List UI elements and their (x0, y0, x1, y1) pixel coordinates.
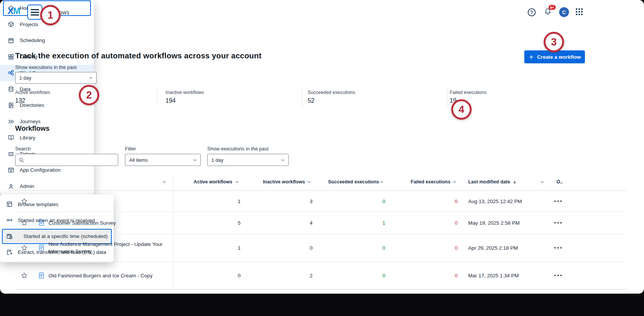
nav-item-label: App Configuration (20, 167, 61, 173)
page-heading: Track the execution of automated workflo… (15, 51, 261, 60)
search-box (15, 154, 118, 166)
app-window: X M Workflows ? 9+ C Track the execution… (0, 0, 644, 294)
directories-icon (8, 102, 14, 109)
chevron-down-icon (193, 158, 197, 162)
favorite-star-icon[interactable] (20, 219, 28, 227)
workflow-name[interactable]: Old Fashioned Burgers and Ice Cream - Co… (48, 272, 153, 279)
annotation-step-2: 2 (79, 85, 99, 105)
survey-document-icon (38, 219, 45, 227)
stat-divider (447, 89, 447, 107)
table-header: Active workflows Inactive workflows Succ… (0, 174, 644, 190)
projects-icon (8, 21, 14, 28)
search-icon (19, 157, 24, 163)
favorite-star-icon[interactable] (20, 244, 28, 252)
active-count: 0 (211, 272, 241, 278)
column-header-inactive: Inactive workflows (263, 179, 305, 185)
failed-count: 0 (428, 220, 458, 226)
executions-past-label: Show executions in the past (207, 146, 269, 152)
chevron-down-icon (89, 76, 93, 80)
failed-count: 0 (428, 198, 458, 204)
logo-x: X (8, 6, 13, 16)
column-menu-chevron[interactable] (162, 180, 166, 184)
succeeded-count: 0 (356, 245, 385, 251)
executions-past-value: 1 day (211, 157, 224, 163)
succeeded-count: 0 (356, 272, 385, 278)
last-modified-date: May 19, 2025 2:58 PM (468, 220, 520, 226)
inactive-count: 2 (283, 272, 313, 278)
filter-label: Filter (125, 146, 136, 152)
column-header-owner: O.. (556, 179, 563, 185)
section-title: Workflows (15, 125, 50, 133)
sort-desc-arrow-icon (512, 180, 517, 185)
data-icon (8, 86, 14, 92)
active-count: 5 (211, 220, 241, 226)
filter-select[interactable]: All items (125, 154, 201, 166)
column-menu-chevron[interactable] (235, 180, 239, 184)
xm-logo[interactable]: X M (8, 6, 20, 16)
column-header-failed: Failed executions (411, 179, 450, 185)
show-past-label: Show executions in the past (15, 64, 77, 70)
last-modified-date: Mar 17, 2025 1:34 PM (468, 272, 519, 278)
tickets-icon (8, 150, 14, 157)
favorite-star-icon[interactable] (20, 272, 28, 279)
search-label: Search (15, 146, 31, 152)
table-row: Old Fashioned Burgers and Ice Cream - Co… (0, 261, 644, 289)
scheduling-icon (8, 37, 14, 44)
active-count: 1 (211, 245, 241, 251)
succeeded-count: 0 (356, 198, 385, 204)
apps-grid-icon[interactable] (576, 8, 583, 15)
create-workflow-button[interactable]: Create a workflow (524, 50, 585, 63)
row-options-icon[interactable] (554, 200, 562, 202)
failed-count: 0 (428, 245, 458, 251)
column-menu-chevron[interactable] (380, 180, 384, 184)
catalog-icon (8, 53, 14, 60)
chevron-down-icon (281, 158, 285, 162)
row-options-icon[interactable] (554, 222, 562, 224)
annotation-step-1: 1 (40, 5, 61, 25)
annotation-step-3: 3 (544, 32, 564, 52)
avatar[interactable]: C (559, 7, 569, 17)
survey-document-icon (38, 272, 45, 279)
column-menu-chevron[interactable] (307, 180, 311, 184)
stat-value: 132 (15, 97, 25, 104)
stat-label: Succeeded executions (308, 90, 355, 95)
nav-item-scheduling[interactable]: Scheduling (0, 33, 94, 49)
table-row: Customer Satisfaction Survey 5 4 1 0 May… (0, 211, 644, 234)
workflows-icon (8, 69, 14, 76)
nav-item-label: Journeys (20, 119, 41, 124)
favorite-star-icon[interactable] (20, 197, 28, 205)
workflow-name[interactable]: Customer Satisfaction Survey (48, 219, 116, 227)
executions-past-select[interactable]: 1 day (207, 154, 289, 166)
workflow-name[interactable]: New Audience Management Project - Update… (48, 241, 166, 255)
last-modified-date: Aug 13, 2025 12:42 PM (468, 198, 522, 204)
notification-badge: 9+ (549, 5, 556, 10)
table-row (0, 289, 644, 294)
succeeded-count: 1 (356, 220, 385, 226)
column-menu-chevron[interactable] (540, 180, 544, 184)
survey-document-icon (38, 244, 45, 252)
table-row: New Audience Management Project - Update… (0, 234, 644, 261)
row-options-icon[interactable] (554, 247, 562, 249)
inactive-count: 4 (283, 220, 313, 226)
column-menu-chevron[interactable] (452, 180, 456, 184)
column-header-active: Active workflows (194, 179, 232, 185)
row-options-icon[interactable] (554, 274, 562, 277)
stat-divider (302, 89, 302, 107)
logo-m: M (13, 6, 20, 16)
inactive-count: 0 (283, 245, 313, 251)
search-input[interactable] (27, 157, 115, 163)
journeys-icon (8, 118, 14, 125)
stat-value: 52 (308, 97, 314, 104)
inactive-count: 3 (283, 198, 313, 204)
show-past-value: 1 day (19, 75, 31, 81)
show-past-select[interactable]: 1 day (15, 72, 97, 84)
nav-item-label: Projects (20, 22, 38, 27)
column-header-succeeded: Succeeded executions (328, 179, 379, 185)
help-icon[interactable]: ? (528, 8, 536, 16)
filter-value: All items (129, 157, 148, 163)
table-row: 1 3 0 0 Aug 13, 2025 12:42 PM (0, 191, 644, 211)
column-header-modified[interactable]: Last modified date (468, 179, 517, 185)
column-header-modified-label: Last modified date (468, 179, 510, 185)
stat-label: Failed executions (450, 90, 486, 95)
last-modified-date: Apr 29, 2025 2:18 PM (468, 245, 518, 251)
